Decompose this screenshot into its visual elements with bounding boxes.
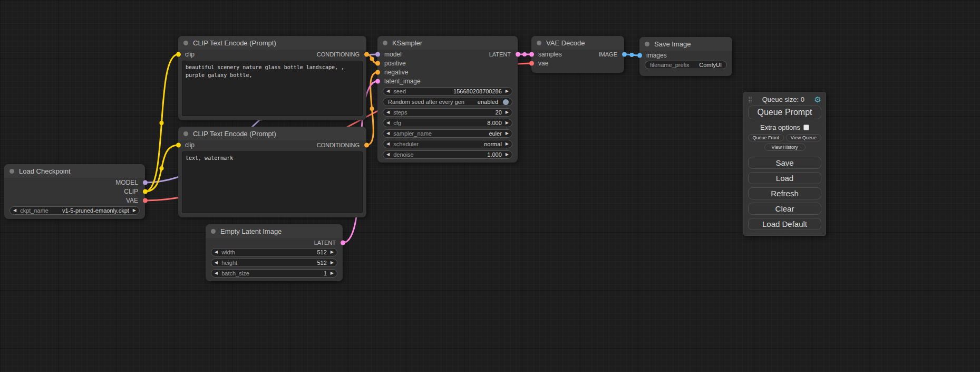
- widget-label: denoise: [393, 151, 414, 158]
- positive-prompt-textarea[interactable]: beautiful scenery nature glass bottle la…: [182, 61, 363, 116]
- height-number-widget[interactable]: ◀ height 512 ▶: [211, 259, 337, 267]
- increment-arrow-icon[interactable]: ▶: [506, 89, 509, 93]
- widget-value: 512: [317, 249, 326, 255]
- input-socket-images[interactable]: [637, 53, 642, 58]
- link-midpoint-dot: [370, 57, 374, 61]
- widget-label: scheduler: [393, 141, 419, 147]
- collapse-dot-icon[interactable]: [645, 42, 649, 46]
- input-socket-model[interactable]: [375, 52, 380, 56]
- save-button[interactable]: Save: [748, 157, 821, 169]
- node-vae-decode[interactable]: VAE Decode samples IMAGE vae: [531, 36, 624, 73]
- node-clip-text-encode-negative[interactable]: CLIP Text Encode (Prompt) clip CONDITION…: [178, 127, 366, 217]
- queue-front-button[interactable]: Queue Front: [748, 134, 784, 141]
- output-socket-image[interactable]: [622, 52, 627, 56]
- sampler-name-combo[interactable]: ◀ sampler_name euler ▶: [383, 129, 512, 138]
- increment-arrow-icon[interactable]: ▶: [506, 110, 509, 115]
- cfg-number-widget[interactable]: ◀ cfg 8.000 ▶: [383, 119, 512, 127]
- settings-gear-icon[interactable]: ⚙: [814, 96, 821, 103]
- view-queue-button[interactable]: View Queue: [786, 134, 822, 141]
- node-load-checkpoint[interactable]: Load Checkpoint MODEL CLIP VAE ◀ ckpt_na…: [4, 164, 145, 219]
- clear-button[interactable]: Clear: [748, 203, 821, 215]
- node-clip-text-encode-positive[interactable]: CLIP Text Encode (Prompt) clip CONDITION…: [178, 36, 366, 120]
- random-seed-toggle[interactable]: Random seed after every gen enabled: [383, 98, 512, 106]
- collapse-dot-icon[interactable]: [211, 229, 216, 234]
- increment-arrow-icon[interactable]: ▶: [331, 271, 334, 275]
- input-socket-clip[interactable]: [176, 52, 181, 56]
- output-socket-latent[interactable]: [516, 52, 520, 56]
- output-socket-conditioning[interactable]: [364, 142, 369, 147]
- node-ksampler[interactable]: KSampler model LATENT positive negative …: [377, 36, 518, 163]
- increment-arrow-icon[interactable]: ▶: [331, 250, 334, 254]
- node-title-bar[interactable]: VAE Decode: [531, 36, 624, 50]
- node-title-bar[interactable]: Save Image: [639, 37, 732, 51]
- ckpt-name-combo[interactable]: ◀ ckpt_name v1-5-pruned-emaonly.ckpt ▶: [9, 206, 140, 215]
- node-title: Empty Latent Image: [220, 227, 282, 235]
- node-empty-latent-image[interactable]: Empty Latent Image LATENT ◀ width 512 ▶ …: [206, 224, 343, 281]
- increment-arrow-icon[interactable]: ▶: [506, 142, 509, 146]
- node-title: CLIP Text Encode (Prompt): [193, 130, 276, 138]
- node-title-bar[interactable]: Empty Latent Image: [206, 224, 343, 238]
- increment-arrow-icon[interactable]: ▶: [506, 152, 509, 157]
- queue-menu-panel[interactable]: ⣿ Queue size: 0 ⚙ Queue Prompt Extra opt…: [743, 92, 826, 236]
- denoise-number-widget[interactable]: ◀ denoise 1.000 ▶: [383, 150, 512, 159]
- input-label-vae: vae: [538, 60, 548, 67]
- load-button[interactable]: Load: [748, 172, 821, 184]
- decrement-arrow-icon[interactable]: ◀: [386, 89, 390, 93]
- output-label-conditioning: CONDITIONING: [317, 51, 360, 58]
- decrement-arrow-icon[interactable]: ◀: [386, 142, 390, 146]
- steps-number-widget[interactable]: ◀ steps 20 ▶: [383, 108, 512, 117]
- increment-arrow-icon[interactable]: ▶: [331, 261, 334, 265]
- input-socket-vae[interactable]: [529, 61, 534, 65]
- input-socket-positive[interactable]: [375, 61, 380, 65]
- output-socket-vae[interactable]: [143, 198, 148, 203]
- output-label-conditioning: CONDITIONING: [317, 142, 360, 148]
- input-socket-latent-image[interactable]: [375, 79, 380, 83]
- negative-prompt-textarea[interactable]: text, watermark: [182, 151, 363, 213]
- view-history-button[interactable]: View History: [764, 144, 806, 151]
- queue-prompt-button[interactable]: Queue Prompt: [748, 106, 821, 119]
- widget-label: ckpt_name: [20, 207, 48, 214]
- input-label-images: images: [646, 52, 667, 59]
- filename-prefix-text-widget[interactable]: filename_prefix ComfyUI: [645, 61, 727, 69]
- toggle-knob-icon[interactable]: [503, 99, 509, 105]
- extra-options-checkbox[interactable]: [803, 125, 809, 130]
- output-socket-conditioning[interactable]: [364, 52, 369, 56]
- decrement-arrow-icon[interactable]: ◀: [13, 208, 16, 213]
- drag-handle-icon[interactable]: ⣿: [748, 96, 752, 103]
- width-number-widget[interactable]: ◀ width 512 ▶: [211, 248, 337, 256]
- input-socket-samples[interactable]: [529, 52, 534, 56]
- collapse-dot-icon[interactable]: [383, 41, 387, 45]
- output-socket-model[interactable]: [143, 180, 148, 185]
- node-save-image[interactable]: Save Image images filename_prefix ComfyU…: [639, 37, 732, 76]
- node-title-bar[interactable]: CLIP Text Encode (Prompt): [178, 36, 366, 50]
- increment-arrow-icon[interactable]: ▶: [506, 121, 509, 125]
- load-default-button[interactable]: Load Default: [748, 218, 821, 230]
- decrement-arrow-icon[interactable]: ◀: [386, 131, 390, 136]
- collapse-dot-icon[interactable]: [537, 41, 541, 45]
- decrement-arrow-icon[interactable]: ◀: [215, 271, 218, 275]
- node-title-bar[interactable]: CLIP Text Encode (Prompt): [178, 127, 366, 140]
- widget-value: normal: [484, 141, 502, 147]
- input-label-clip: clip: [185, 141, 195, 149]
- decrement-arrow-icon[interactable]: ◀: [386, 121, 390, 125]
- decrement-arrow-icon[interactable]: ◀: [386, 152, 390, 157]
- decrement-arrow-icon[interactable]: ◀: [215, 250, 218, 254]
- batch-size-number-widget[interactable]: ◀ batch_size 1 ▶: [211, 269, 337, 278]
- scheduler-combo[interactable]: ◀ scheduler normal ▶: [383, 140, 512, 148]
- decrement-arrow-icon[interactable]: ◀: [386, 110, 390, 115]
- comfyui-canvas[interactable]: { "colors": { "model": "#B39DDB", "clip"…: [0, 0, 980, 372]
- refresh-button[interactable]: Refresh: [748, 187, 821, 199]
- collapse-dot-icon[interactable]: [183, 131, 188, 136]
- decrement-arrow-icon[interactable]: ◀: [215, 261, 218, 265]
- collapse-dot-icon[interactable]: [183, 41, 188, 45]
- input-socket-negative[interactable]: [375, 70, 380, 74]
- input-socket-clip[interactable]: [176, 142, 181, 147]
- node-title-bar[interactable]: Load Checkpoint: [4, 164, 145, 178]
- output-socket-latent[interactable]: [341, 240, 345, 245]
- seed-number-widget[interactable]: ◀ seed 156680208700286 ▶: [383, 87, 512, 96]
- output-socket-clip[interactable]: [143, 189, 148, 194]
- increment-arrow-icon[interactable]: ▶: [133, 208, 136, 213]
- collapse-dot-icon[interactable]: [9, 169, 14, 174]
- node-title-bar[interactable]: KSampler: [377, 36, 518, 50]
- increment-arrow-icon[interactable]: ▶: [506, 131, 509, 136]
